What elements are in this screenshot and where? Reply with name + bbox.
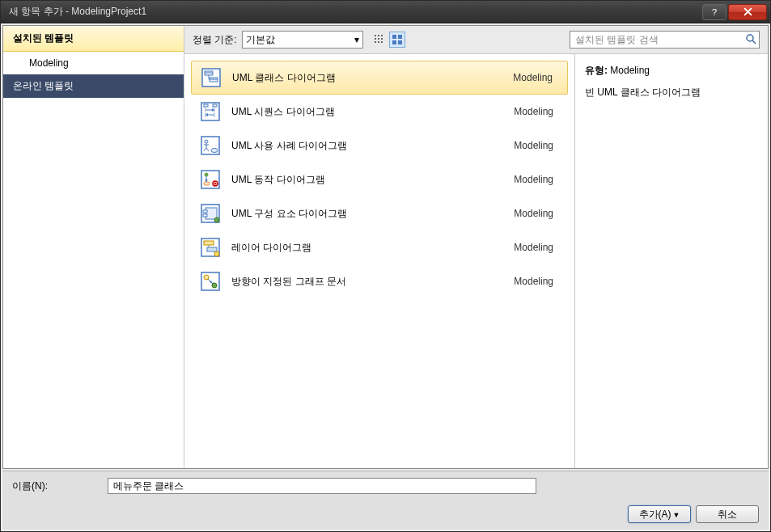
view-mode-buttons [371,32,405,48]
close-icon [743,7,752,16]
svg-rect-2 [381,35,383,36]
sidebar: 설치된 템플릿 Modeling 온라인 템플릿 [3,26,184,468]
template-item[interactable]: UML 클래스 다이어그램Modeling [191,61,568,95]
chevron-down-icon: ▾ [354,34,359,45]
search-icon[interactable] [745,33,756,47]
add-button-label: 추가(A) [639,509,671,520]
svg-rect-7 [378,41,379,43]
template-category: Modeling [514,106,560,117]
svg-point-49 [214,217,219,222]
usecase-diagram-icon [199,134,222,157]
template-name: UML 사용 사례 다이어그램 [231,139,504,153]
svg-rect-12 [398,40,402,44]
component-diagram-icon [199,202,222,225]
svg-line-14 [752,40,756,44]
main-panel: 정렬 기준: 기본값 ▾ [184,26,768,468]
add-button[interactable]: 추가(A)▼ [628,505,691,523]
template-name: UML 구성 요소 다이어그램 [231,207,504,221]
content-area: 설치된 템플릿 Modeling 온라인 템플릿 정렬 기준: 기본값 ▾ [2,25,769,469]
template-item[interactable]: 방향이 지정된 그래프 문서Modeling [191,264,568,298]
template-category: Modeling [514,276,560,287]
main-body: UML 클래스 다이어그램ModelingUML 시퀀스 다이어그램Modeli… [184,54,768,468]
sort-dropdown[interactable]: 기본값 ▾ [242,31,363,49]
toolbar: 정렬 기준: 기본값 ▾ [184,26,768,54]
sort-value: 기본값 [246,33,275,47]
svg-rect-11 [392,40,396,44]
sidebar-installed-header[interactable]: 설치된 템플릿 [3,26,184,52]
template-category: Modeling [514,140,560,151]
template-category: Modeling [514,242,560,253]
template-item[interactable]: 레이어 다이어그램Modeling [191,230,568,264]
sort-label: 정렬 기준: [193,33,237,47]
template-name: 방향이 지정된 그래프 문서 [231,275,504,289]
search-container [570,31,760,49]
view-medium-icons-button[interactable] [389,32,405,48]
titlebar: 새 항목 추가 - ModelingProject1 ? [1,1,770,23]
layer-diagram-icon [199,236,222,259]
template-category: Modeling [513,72,559,83]
template-item[interactable]: UML 시퀀스 다이어그램Modeling [191,95,568,129]
template-name: 레이어 다이어그램 [231,241,504,255]
svg-rect-5 [381,38,383,40]
window-title: 새 항목 추가 - ModelingProject1 [9,5,702,19]
name-label: 이름(N): [12,479,101,493]
sidebar-online-header[interactable]: 온라인 템플릿 [3,74,184,98]
svg-point-44 [214,183,217,185]
help-button[interactable]: ? [702,4,727,20]
svg-rect-48 [203,214,207,217]
svg-point-13 [747,35,753,41]
view-small-icons-button[interactable] [371,32,388,48]
svg-rect-1 [378,35,379,36]
svg-rect-8 [381,41,383,43]
help-icon: ? [712,7,717,17]
svg-rect-24 [213,104,217,107]
graph-diagram-icon [199,270,222,293]
search-input[interactable] [570,31,760,49]
button-row: 추가(A)▼ 취소 [12,505,759,523]
svg-point-37 [211,149,218,153]
detail-panel: 유형: Modeling 빈 UML 클래스 다이어그램 [575,54,768,468]
small-grid-icon [374,34,385,45]
svg-rect-4 [378,38,379,40]
svg-rect-6 [375,41,376,43]
class-diagram-icon [200,66,222,89]
bottom-panel: 이름(N): 추가(A)▼ 취소 [2,471,769,530]
detail-type-row: 유형: Modeling [585,64,758,78]
dialog-window: 새 항목 추가 - ModelingProject1 ? 설치된 템플릿 Mod… [0,0,771,532]
template-item[interactable]: UML 사용 사례 다이어그램Modeling [191,129,568,163]
template-category: Modeling [514,208,560,219]
name-row: 이름(N): [12,478,759,494]
dropdown-arrow-icon: ▼ [673,511,680,519]
svg-rect-40 [204,182,210,185]
svg-point-39 [205,173,209,177]
template-item[interactable]: UML 동작 다이어그램Modeling [191,163,568,196]
medium-grid-icon [392,34,403,45]
template-name: UML 클래스 다이어그램 [232,71,503,85]
svg-point-54 [214,251,219,256]
svg-rect-0 [375,35,376,36]
detail-type-value: Modeling [610,65,650,76]
sequence-diagram-icon [199,100,222,123]
svg-rect-10 [398,35,402,39]
svg-rect-23 [204,104,208,107]
svg-rect-52 [207,247,217,251]
svg-rect-3 [375,38,376,40]
detail-description: 빈 UML 클래스 다이어그램 [585,86,758,99]
sidebar-item-modeling[interactable]: Modeling [3,52,184,74]
cancel-button[interactable]: 취소 [696,505,759,523]
template-name: UML 시퀀스 다이어그램 [231,105,504,119]
svg-rect-47 [203,210,207,213]
activity-diagram-icon [199,168,222,191]
template-list: UML 클래스 다이어그램ModelingUML 시퀀스 다이어그램Modeli… [184,54,575,468]
template-item[interactable]: UML 구성 요소 다이어그램Modeling [191,196,568,230]
template-name: UML 동작 다이어그램 [231,173,504,187]
svg-rect-46 [205,208,217,219]
detail-type-label: 유형: [585,65,608,76]
titlebar-buttons: ? [702,4,767,20]
name-input[interactable] [108,478,536,494]
template-category: Modeling [514,174,560,185]
svg-rect-9 [392,35,396,39]
svg-rect-51 [204,241,214,245]
close-button[interactable] [728,4,767,20]
